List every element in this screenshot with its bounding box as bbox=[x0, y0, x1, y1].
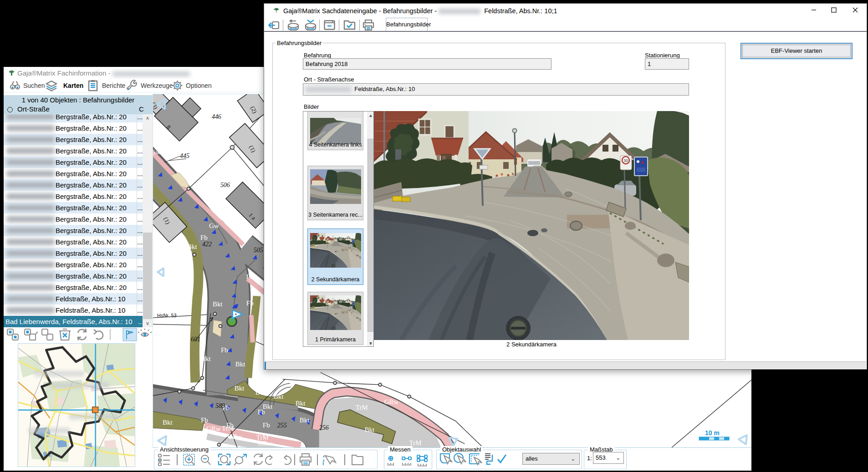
svg-text:Bkt: Bkt bbox=[255, 389, 266, 396]
svg-text:445: 445 bbox=[180, 152, 189, 159]
svg-text:Gw: Gw bbox=[209, 222, 219, 229]
svg-text:Fb: Fb bbox=[258, 408, 265, 416]
svg-text:TrM: TrM bbox=[222, 425, 234, 432]
svg-text:Bkt: Bkt bbox=[365, 426, 375, 433]
svg-text:Gw: Gw bbox=[153, 148, 161, 156]
svg-text:GRw: GRw bbox=[228, 433, 242, 440]
svg-text:589: 589 bbox=[215, 402, 225, 409]
svg-text:Bkt: Bkt bbox=[213, 300, 223, 308]
svg-text:Fb: Fb bbox=[200, 234, 208, 241]
svg-text:GRw: GRw bbox=[258, 440, 273, 447]
svg-text:10 m: 10 m bbox=[705, 429, 720, 436]
svg-text:GRw: GRw bbox=[449, 430, 464, 437]
svg-text:HsNr. 53: HsNr. 53 bbox=[157, 313, 177, 318]
svg-text:256: 256 bbox=[319, 424, 329, 431]
svg-text:446: 446 bbox=[212, 113, 221, 120]
svg-text:Bkt: Bkt bbox=[187, 243, 197, 250]
svg-text:Fb: Fb bbox=[201, 416, 208, 424]
svg-text:Fb: Fb bbox=[246, 273, 254, 280]
svg-text:TrM: TrM bbox=[356, 404, 368, 411]
svg-text:601: 601 bbox=[191, 336, 200, 343]
svg-text:GRw: GRw bbox=[384, 398, 399, 406]
svg-text:Bkt: Bkt bbox=[274, 393, 284, 400]
svg-text:TrM: TrM bbox=[409, 439, 422, 447]
svg-text:Bkt: Bkt bbox=[300, 416, 310, 424]
svg-text:Fb: Fb bbox=[221, 346, 228, 354]
svg-text:Bkt: Bkt bbox=[163, 419, 173, 426]
svg-text:Bkt: Bkt bbox=[235, 360, 245, 368]
svg-text:GRw: GRw bbox=[206, 425, 221, 432]
svg-text:506: 506 bbox=[220, 182, 230, 188]
svg-text:255: 255 bbox=[277, 422, 287, 429]
svg-text:Bkt: Bkt bbox=[235, 385, 245, 392]
svg-text:Fb: Fb bbox=[263, 421, 270, 429]
svg-text:Bkt: Bkt bbox=[201, 355, 211, 362]
svg-text:505: 505 bbox=[254, 247, 263, 254]
svg-text:Fb: Fb bbox=[246, 299, 254, 307]
svg-text:Bkt: Bkt bbox=[296, 400, 306, 407]
svg-text:422: 422 bbox=[202, 241, 212, 248]
